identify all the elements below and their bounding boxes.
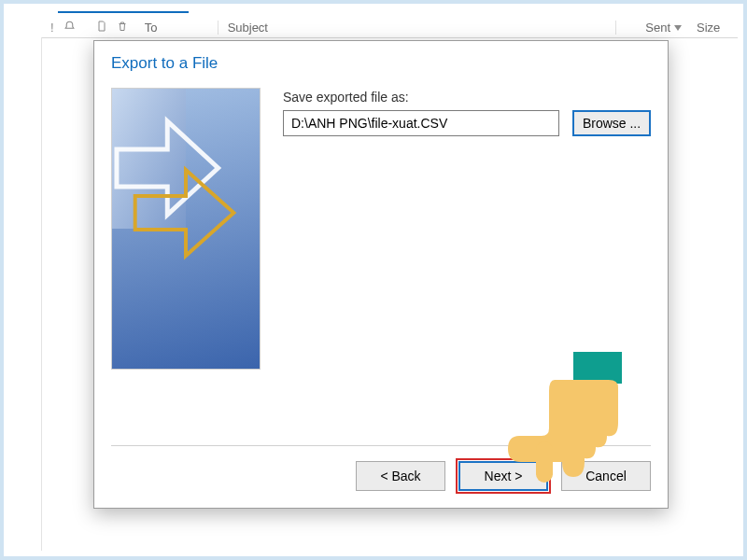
column-sent[interactable]: Sent bbox=[616, 21, 687, 35]
bg-divider bbox=[41, 37, 42, 551]
save-as-label: Save exported file as: bbox=[283, 90, 651, 105]
reminder-icon[interactable] bbox=[63, 20, 76, 35]
dialog-separator bbox=[111, 445, 651, 446]
sort-desc-icon bbox=[674, 25, 682, 31]
cancel-button[interactable]: Cancel bbox=[561, 461, 651, 491]
dialog-button-row: < Back Next > Cancel bbox=[356, 461, 651, 491]
delete-icon[interactable] bbox=[117, 20, 128, 35]
column-to[interactable]: To bbox=[145, 21, 218, 35]
back-button[interactable]: < Back bbox=[356, 461, 445, 491]
dialog-right-pane: Save exported file as: Browse ... bbox=[261, 88, 651, 370]
filter-tab-underline bbox=[58, 0, 189, 13]
column-size[interactable]: Size bbox=[687, 21, 738, 35]
export-path-input[interactable] bbox=[283, 110, 559, 136]
browse-button[interactable]: Browse ... bbox=[572, 110, 651, 136]
dialog-title: Export to a File bbox=[94, 41, 668, 78]
column-subject[interactable]: Subject bbox=[228, 21, 616, 35]
attachment-icon[interactable] bbox=[96, 20, 107, 35]
column-header-row: ! To Subject Sent Size bbox=[41, 17, 738, 38]
importance-icon[interactable]: ! bbox=[50, 21, 54, 35]
wizard-illustration bbox=[111, 88, 261, 370]
next-button[interactable]: Next > bbox=[458, 461, 548, 491]
export-dialog: Export to a File bbox=[93, 40, 669, 509]
dialog-body: Save exported file as: Browse ... bbox=[94, 78, 668, 370]
